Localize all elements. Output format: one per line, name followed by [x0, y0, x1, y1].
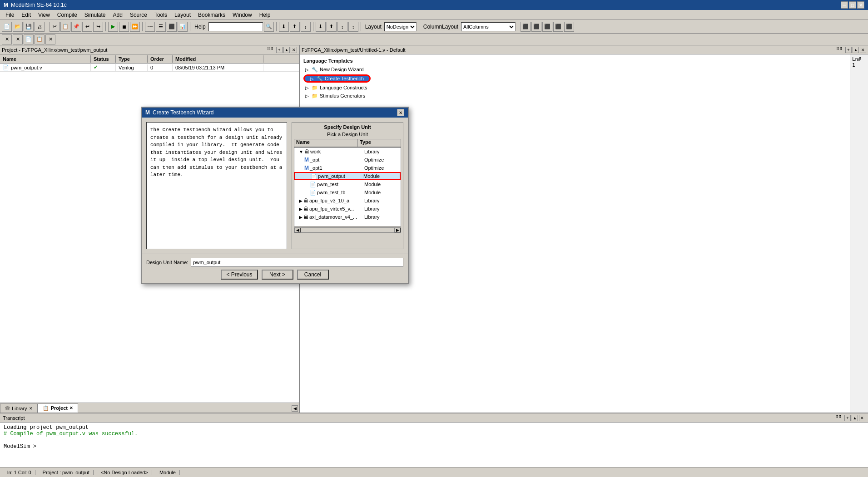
transcript-float[interactable]: ▲ — [852, 415, 858, 421]
create-testbench-dialog[interactable]: M Create Testbench Wizard ✕ The Create T… — [141, 107, 409, 284]
tb2-btn1[interactable]: ✕ — [2, 34, 12, 44]
panel-close-button[interactable]: ✕ — [291, 47, 297, 53]
left-panel-collapse[interactable]: ◀ — [292, 405, 298, 412]
signal-btn2[interactable]: ⬆ — [290, 22, 300, 32]
tree-row-pwm-test-tb[interactable]: 📄 pwm_test_tb Module — [294, 188, 401, 197]
tree-row-opt[interactable]: M _opt Optimize — [294, 156, 401, 164]
group-btn2[interactable]: ⬆ — [327, 22, 337, 32]
layout-btn5[interactable]: ⬛ — [564, 22, 574, 32]
open-button[interactable]: 📂 — [13, 22, 23, 32]
tree-new-design-wizard[interactable]: ▷ 🔧 New Design Wizard — [303, 65, 846, 74]
menu-help[interactable]: Help — [256, 11, 274, 19]
tab-library[interactable]: 🏛 Library ✕ — [0, 403, 38, 413]
col-type: Type — [116, 55, 148, 63]
help-search-button[interactable]: 🔍 — [264, 22, 274, 32]
tab-library-close[interactable]: ✕ — [29, 406, 33, 411]
redo-button[interactable]: ↪ — [93, 22, 103, 32]
menu-layout[interactable]: Layout — [171, 11, 194, 19]
new-button[interactable]: 📄 — [2, 22, 12, 32]
close-button[interactable]: ✕ — [857, 1, 864, 9]
expand-work: ▼ — [299, 149, 303, 154]
cancel-button[interactable]: Cancel — [297, 270, 329, 280]
tree-row-apu-virtex[interactable]: ▶ 🏛 apu_fpu_virtex5_v... Library — [294, 205, 401, 213]
menu-add[interactable]: Add — [109, 11, 126, 19]
maximize-button[interactable]: □ — [849, 1, 856, 9]
tb2-btn4[interactable]: 📋 — [35, 34, 45, 44]
group-btn3[interactable]: ↕ — [337, 22, 347, 32]
menu-compile[interactable]: Compile — [54, 11, 81, 19]
signal-btn1[interactable]: ⬇ — [279, 22, 289, 32]
status-project: Project : pwm_output — [39, 470, 94, 475]
tree-row-pwm-output[interactable]: 📄 pwm_output Module — [294, 172, 401, 180]
transcript-expand[interactable]: + — [844, 415, 851, 421]
tab-project-close[interactable]: ✕ — [69, 406, 73, 410]
cut-button[interactable]: ✂ — [50, 22, 60, 32]
transcript-close[interactable]: ✕ — [859, 415, 865, 421]
stop-button[interactable]: ⏹ — [119, 22, 129, 32]
tree-row-axi-datamover[interactable]: ▶ 🏛 axi_datamover_v4_... Library — [294, 213, 401, 221]
panel-expand-button[interactable]: + — [276, 47, 283, 53]
group-btn1[interactable]: ⬇ — [316, 22, 326, 32]
hsb-left-btn[interactable]: ◀ — [294, 228, 301, 232]
minimize-button[interactable]: ─ — [841, 1, 848, 9]
editor-expand-button[interactable]: + — [845, 47, 852, 53]
layout-btn3[interactable]: ⬛ — [542, 22, 552, 32]
undo-button[interactable]: ↩ — [82, 22, 92, 32]
step-button[interactable]: ⏩ — [130, 22, 140, 32]
list-button[interactable]: ☰ — [156, 22, 166, 32]
help-input[interactable] — [208, 22, 263, 31]
save-button[interactable]: 💾 — [24, 22, 34, 32]
group-btn4[interactable]: ↕ — [348, 22, 358, 32]
menu-bookmarks[interactable]: Bookmarks — [194, 11, 229, 19]
tree-row-opt1[interactable]: M _opt1 Optimize — [294, 164, 401, 172]
column-layout-dropdown[interactable]: AllColumns — [461, 22, 516, 31]
editor-close-button[interactable]: ✕ — [860, 47, 866, 53]
editor-float-button[interactable]: ▲ — [853, 47, 859, 53]
hsb-right-btn[interactable]: ▶ — [394, 228, 401, 232]
next-button[interactable]: Next > — [262, 270, 293, 280]
expand-virtex: ▶ — [299, 207, 303, 211]
tree-row-pwm-test[interactable]: 📄 pwm_test Module — [294, 180, 401, 188]
tb2-btn2[interactable]: ✕ — [13, 34, 23, 44]
transcript-line-2: # Compile of pwm_output.v was successful… — [4, 431, 864, 437]
tb2-btn5[interactable]: ✕ — [45, 34, 55, 44]
previous-button[interactable]: < Previous — [221, 270, 258, 280]
hsb-track[interactable] — [301, 228, 394, 232]
ln-1: 1 — [852, 62, 866, 68]
tree-row-apu-fpu[interactable]: ▶ 🏛 apu_fpu_v3_10_a Library — [294, 197, 401, 205]
menu-window[interactable]: Window — [229, 11, 256, 19]
status-design: <No Design Loaded> — [97, 470, 152, 475]
tree-row-work[interactable]: ▼ 🏛 work Library — [294, 148, 401, 156]
layout-btn1[interactable]: ⬛ — [521, 22, 531, 32]
menu-edit[interactable]: Edit — [18, 11, 35, 19]
menu-simulate[interactable]: Simulate — [81, 11, 109, 19]
dialog-close-button[interactable]: ✕ — [397, 109, 404, 116]
table-row[interactable]: 📄 pwm_output.v ✓ Verilog 0 08/05/19 03:2… — [0, 64, 299, 72]
tb2-btn3[interactable]: 📄 — [24, 34, 34, 44]
menu-source[interactable]: Source — [126, 11, 151, 19]
coverage-button[interactable]: 📊 — [178, 22, 188, 32]
design-unit-input[interactable] — [191, 258, 403, 267]
paste-button[interactable]: 📌 — [71, 22, 81, 32]
schematic-button[interactable]: ⬛ — [167, 22, 177, 32]
layout-btn2[interactable]: ⬛ — [531, 22, 541, 32]
dialog-tree[interactable]: ▼ 🏛 work Library M _opt Optimize — [294, 147, 401, 226]
signal-btn3[interactable]: ↕ — [301, 22, 311, 32]
run-button[interactable]: ▶ — [108, 22, 118, 32]
wave-button[interactable]: 〰 — [145, 22, 155, 32]
panel-float-button[interactable]: ▲ — [283, 47, 290, 53]
tree-language-constructs[interactable]: ▷ 📁 Language Constructs — [303, 84, 846, 92]
layout-btn4[interactable]: ⬛ — [553, 22, 563, 32]
menu-view[interactable]: View — [35, 11, 54, 19]
tree-stimulus-generators[interactable]: ▷ 📁 Stimulus Generators — [303, 92, 846, 100]
tab-project[interactable]: 📋 Project ✕ — [38, 403, 78, 413]
menu-file[interactable]: File — [2, 11, 18, 19]
apu-icon: 🏛 — [303, 198, 308, 203]
menu-tools[interactable]: Tools — [151, 11, 171, 19]
print-button[interactable]: 🖨 — [35, 22, 45, 32]
expand-icon-1: ▷ — [305, 67, 310, 72]
copy-button[interactable]: 📋 — [60, 22, 70, 32]
layout-dropdown[interactable]: NoDesign — [384, 22, 417, 31]
tree-hscrollbar[interactable]: ◀ ▶ — [294, 227, 401, 233]
tree-create-testbench[interactable]: ▷ 🔧 Create Testbench — [303, 74, 371, 83]
